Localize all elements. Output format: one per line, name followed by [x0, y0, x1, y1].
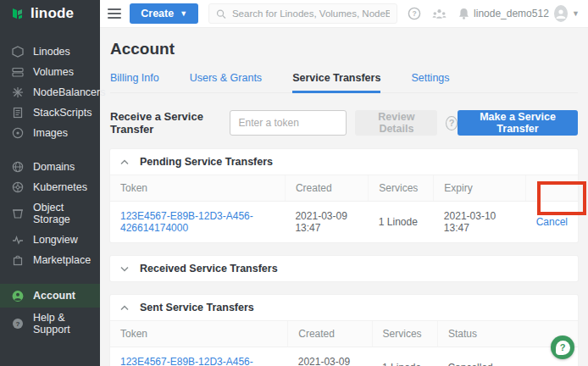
notifications-bell-icon[interactable]	[458, 7, 470, 20]
linode-logo-text: linode	[31, 5, 74, 22]
pending-transfers-panel: Pending Service Transfers Token Created …	[110, 149, 578, 242]
images-disc-icon	[12, 127, 24, 139]
column-header-services[interactable]: Services	[369, 175, 434, 202]
avatar[interactable]	[554, 5, 568, 22]
global-search[interactable]	[208, 3, 397, 24]
sent-transfers-header[interactable]: Sent Service Transfers	[110, 295, 578, 321]
user-menu-chevron-icon[interactable]: ▼	[572, 9, 580, 18]
main-content: Account Billing Info Users & Grants Serv…	[100, 28, 588, 366]
sidebar-item-label: StackScripts	[33, 107, 92, 119]
sidebar-item-longview[interactable]: Longview	[0, 230, 100, 250]
kubernetes-wheel-icon	[12, 181, 24, 193]
column-header-expiry[interactable]: Expiry	[434, 175, 526, 202]
sidebar-item-label: Images	[33, 127, 68, 139]
receive-transfer-label: Receive a Service Transfer	[110, 110, 219, 136]
table-row: 123E4567-E89B-12D3-A456-426614174000 202…	[110, 202, 578, 243]
help-bubble-icon: ?	[556, 341, 570, 355]
received-transfers-header[interactable]: Received Service Transfers	[110, 256, 578, 281]
sent-transfers-table: Token Created Services Status 123E4567-E…	[110, 321, 578, 366]
tab-service-transfers[interactable]: Service Transfers	[292, 67, 380, 93]
linode-logo[interactable]: linode	[0, 0, 100, 28]
account-tabs: Billing Info Users & Grants Service Tran…	[110, 67, 578, 93]
chevron-down-icon	[120, 266, 129, 272]
linode-logo-icon	[11, 7, 25, 20]
help-tooltip-icon[interactable]: ?	[446, 116, 458, 130]
cancel-transfer-button[interactable]: Cancel	[536, 216, 568, 228]
column-header-created[interactable]: Created	[285, 175, 368, 202]
pending-created-cell: 2021-03-09 13:47	[285, 202, 368, 243]
help-question-icon: ?	[12, 318, 24, 330]
pending-transfers-header[interactable]: Pending Service Transfers	[110, 149, 578, 175]
sent-token-link[interactable]: 123E4567-E89B-12D3-A456-426614174001	[120, 356, 253, 366]
pending-transfers-table: Token Created Services Expiry 123E4567-E…	[110, 175, 578, 242]
pending-transfers-title: Pending Service Transfers	[140, 156, 273, 168]
search-icon	[216, 8, 226, 19]
sidebar-item-label: Account	[33, 290, 75, 302]
help-fab-button[interactable]: ?	[551, 336, 574, 359]
sidebar-item-label: Object Storage	[33, 202, 100, 225]
column-header-token[interactable]: Token	[110, 175, 285, 202]
pending-token-link[interactable]: 123E4567-E89B-12D3-A456-426614174000	[120, 210, 253, 234]
sidebar-item-nodebalancers[interactable]: NodeBalancers	[0, 82, 100, 103]
top-bar: linode Create ▼ ? linode_demo512	[0, 0, 588, 28]
make-service-transfer-button[interactable]: Make a Service Transfer	[458, 110, 578, 136]
sidebar-item-label: NodeBalancers	[33, 86, 105, 98]
chevron-up-icon	[120, 305, 129, 311]
create-button-label: Create	[141, 8, 174, 19]
sidebar-item-label: Linodes	[33, 46, 70, 58]
sidebar-item-images[interactable]: Images	[0, 123, 100, 143]
column-header-token[interactable]: Token	[110, 321, 288, 347]
user-icon	[555, 8, 567, 19]
sidebar-item-help-support[interactable]: ? Help & Support	[0, 308, 100, 340]
sent-transfers-panel: Sent Service Transfers Token Created Ser…	[110, 295, 578, 366]
chevron-down-icon: ▼	[180, 9, 187, 18]
create-button[interactable]: Create ▼	[130, 3, 198, 24]
tab-users-grants[interactable]: Users & Grants	[190, 67, 262, 92]
svg-text:?: ?	[412, 9, 416, 18]
tab-settings[interactable]: Settings	[411, 67, 449, 92]
sidebar-item-stackscripts[interactable]: StackScripts	[0, 103, 100, 123]
svg-text:?: ?	[16, 320, 20, 328]
pending-services-cell: 1 Linode	[369, 202, 434, 243]
marketplace-bag-icon	[12, 254, 24, 266]
sidebar-item-volumes[interactable]: Volumes	[0, 62, 100, 82]
linodes-cube-icon	[12, 46, 24, 58]
received-transfers-panel: Received Service Transfers	[110, 256, 578, 281]
sidebar-item-label: Kubernetes	[33, 181, 87, 193]
sent-services-cell: 1 Linode	[372, 347, 437, 366]
sidebar-item-kubernetes[interactable]: Kubernetes	[0, 177, 100, 197]
sidebar-item-account[interactable]: Account	[0, 284, 100, 308]
pending-expiry-cell: 2021-03-10 13:47	[434, 202, 526, 243]
page-title: Account	[110, 40, 578, 58]
sidebar-item-label: Domains	[33, 161, 75, 173]
longview-pulse-icon	[12, 234, 24, 246]
column-header-created[interactable]: Created	[288, 321, 372, 347]
account-person-icon	[12, 290, 24, 302]
sidebar-item-domains[interactable]: Domains	[0, 157, 100, 177]
column-header-action	[526, 175, 578, 202]
help-icon[interactable]: ?	[408, 7, 421, 20]
sidebar-item-object-storage[interactable]: Object Storage	[0, 197, 100, 230]
sidebar-item-marketplace[interactable]: Marketplace	[0, 250, 100, 270]
domains-globe-icon	[12, 161, 24, 173]
token-input[interactable]	[230, 110, 347, 136]
stackscripts-icon	[12, 107, 24, 119]
username-label[interactable]: linode_demo512	[474, 8, 549, 19]
community-icon[interactable]	[432, 8, 447, 20]
sent-transfers-title: Sent Service Transfers	[140, 302, 254, 313]
tab-billing-info[interactable]: Billing Info	[110, 67, 159, 92]
menu-hamburger-icon[interactable]	[108, 8, 121, 19]
search-input[interactable]	[232, 8, 390, 19]
sidebar-item-label: Help & Support	[33, 312, 100, 336]
sent-created-cell: 2021-03-09 11:33	[288, 347, 372, 366]
volumes-icon	[12, 66, 24, 78]
receive-transfer-row: Receive a Service Transfer Review Detail…	[110, 110, 578, 136]
sidebar-nav: Linodes Volumes NodeBalancers StackScrip…	[0, 28, 100, 366]
nodebalancers-icon	[12, 86, 24, 98]
review-details-button[interactable]: Review Details	[355, 110, 437, 136]
sidebar-item-linodes[interactable]: Linodes	[0, 42, 100, 62]
table-row: 123E4567-E89B-12D3-A456-426614174001 202…	[110, 347, 578, 366]
column-header-services[interactable]: Services	[372, 321, 437, 347]
sidebar-item-label: Volumes	[33, 66, 74, 78]
received-transfers-title: Received Service Transfers	[140, 263, 278, 274]
